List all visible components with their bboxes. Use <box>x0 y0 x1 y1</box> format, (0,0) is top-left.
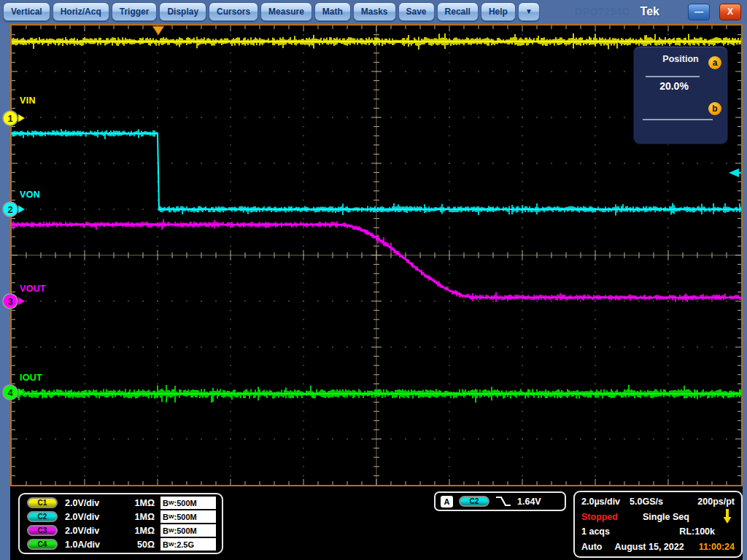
trigger-level-marker[interactable] <box>729 168 741 177</box>
horizontal-row-4: Auto August 15, 2022 11:00:24 <box>581 540 735 554</box>
trigger-readout[interactable]: A C2 1.64V <box>434 491 566 511</box>
acquisition-status: Stopped <box>581 512 618 522</box>
menu-button-dropdown[interactable]: ▼ <box>518 2 540 21</box>
acquisition-mode: Single Seq <box>643 512 689 522</box>
trigger-level-value: 1.64V <box>517 497 541 507</box>
close-icon: X <box>727 7 733 17</box>
horizontal-row-3: 1 acqs RL:100k <box>581 524 735 539</box>
minimize-button[interactable]: — <box>688 4 710 20</box>
channel-bandwidth: BW:500M <box>160 524 216 537</box>
channel-badge-c3[interactable]: C3 <box>27 525 58 536</box>
channel-scale: 2.0V/div <box>65 526 99 536</box>
record-length: RL:100k <box>679 526 715 537</box>
menu-button-trigger[interactable]: Trigger <box>112 2 158 21</box>
channel-badge-c4[interactable]: C4 <box>27 539 58 550</box>
menu-button-vertical[interactable]: Vertical <box>3 2 50 21</box>
falling-edge-icon <box>495 495 511 508</box>
channel-badge-c1[interactable]: C1 <box>27 497 58 508</box>
titlebar-right: DPO7254C Tek — X <box>575 4 747 20</box>
position-value: 20.0% <box>634 80 714 92</box>
channel-scale: 2.0V/div <box>65 498 99 508</box>
menu-button-save[interactable]: Save <box>398 2 435 21</box>
tek-logo: Tek <box>640 5 659 18</box>
acquisition-count: 1 acqs <box>581 526 610 537</box>
channel-bandwidth: BW:500M <box>160 497 216 509</box>
channel-impedance: 1MΩ <box>121 498 155 508</box>
time-value: 11:00:24 <box>699 542 735 552</box>
menu-button-cursors[interactable]: Cursors <box>209 2 258 21</box>
channel-readout-c2[interactable]: C22.0V/div1MΩBW:500M <box>27 510 216 524</box>
channel-impedance: 1MΩ <box>121 526 155 536</box>
position-popup: Position a 20.0% b <box>633 46 728 144</box>
channel-bandwidth: BW:500M <box>160 510 216 523</box>
channel-badge-c2[interactable]: C2 <box>27 511 58 522</box>
down-arrow-icon <box>723 509 732 524</box>
horizontal-readout[interactable]: 2.0µs/div 5.0GS/s 200ps/pt Stopped Singl… <box>573 491 743 558</box>
menu-button-display[interactable]: Display <box>159 2 206 21</box>
trigger-mode: Auto <box>581 542 602 552</box>
channel-impedance: 50Ω <box>121 540 155 550</box>
channel-readout-c1[interactable]: C12.0V/div1MΩBW:500M <box>27 496 216 510</box>
sample-rate-value: 5.0GS/s <box>630 497 663 507</box>
timebase-value: 2.0µs/div <box>581 497 620 507</box>
graticule-grid <box>12 26 741 485</box>
menu-bar: VerticalHoriz/AcqTriggerDisplayCursorsMe… <box>0 2 540 21</box>
model-label: DPO7254C <box>575 6 630 18</box>
channel-scale: 2.0V/div <box>65 512 99 522</box>
popup-divider-bottom <box>643 119 713 120</box>
channel-impedance: 1MΩ <box>121 512 155 522</box>
menu-button-math[interactable]: Math <box>314 2 351 21</box>
resolution-value: 200ps/pt <box>697 497 735 507</box>
knob-b-badge[interactable]: b <box>708 102 721 115</box>
menu-button-recall[interactable]: Recall <box>437 2 479 21</box>
channel-bandwidth: BW:2.5G <box>160 538 216 551</box>
trigger-source-badge: C2 <box>459 496 489 507</box>
waveform-svg <box>12 26 741 485</box>
horizontal-row-2: Stopped Single Seq <box>581 509 735 524</box>
trigger-position-marker[interactable] <box>152 26 164 35</box>
date-value: August 15, 2022 <box>614 542 684 552</box>
menu-button-help[interactable]: Help <box>481 2 516 21</box>
title-bar: VerticalHoriz/AcqTriggerDisplayCursorsMe… <box>0 0 747 23</box>
trigger-bus-badge: A <box>441 496 453 508</box>
minimize-icon: — <box>694 7 703 17</box>
menu-button-masks[interactable]: Masks <box>353 2 396 21</box>
readout-band: C12.0V/div1MΩBW:500MC22.0V/div1MΩBW:500M… <box>10 486 743 560</box>
menu-button-horiz-acq[interactable]: Horiz/Acq <box>53 2 109 21</box>
horizontal-row-1: 2.0µs/div 5.0GS/s 200ps/pt <box>581 494 735 509</box>
knob-a-badge[interactable]: a <box>708 56 721 69</box>
menu-button-measure[interactable]: Measure <box>260 2 312 21</box>
oscilloscope-screen: VerticalHoriz/AcqTriggerDisplayCursorsMe… <box>0 0 747 560</box>
popup-divider-top <box>646 76 700 77</box>
close-button[interactable]: X <box>719 4 741 20</box>
channel-scale: 1.0A/div <box>65 540 100 550</box>
channel-readout-c4[interactable]: C41.0A/div50ΩBW:2.5G <box>27 537 216 551</box>
channel-readout-c3[interactable]: C32.0V/div1MΩBW:500M <box>27 524 216 537</box>
channel-readouts: C12.0V/div1MΩBW:500MC22.0V/div1MΩBW:500M… <box>18 493 223 554</box>
